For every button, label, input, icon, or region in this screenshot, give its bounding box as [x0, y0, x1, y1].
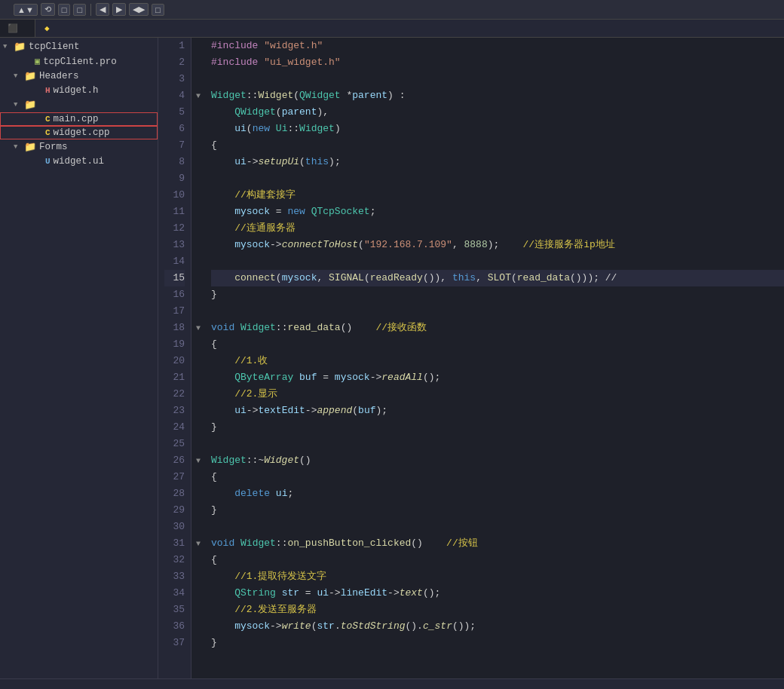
fold-indicator-1 — [191, 38, 205, 54]
arrow-icon-sources — [14, 101, 24, 109]
fold-indicator-18[interactable]: ▼ — [191, 320, 205, 336]
arrow-icon-tcpclient — [3, 43, 14, 51]
line-number-2: 2 — [164, 54, 185, 71]
sidebar-label-tcpclientpro: tcpClient.pro — [43, 57, 117, 67]
line-number-30: 30 — [164, 519, 185, 535]
fold-indicator-15 — [191, 270, 205, 286]
arrow-icon-headers — [14, 72, 24, 80]
fold-indicator-27 — [191, 469, 205, 485]
toolbar-btn-collapse[interactable]: □ — [58, 4, 71, 16]
line-number-12: 12 — [164, 220, 185, 237]
fold-indicator-28 — [191, 485, 205, 502]
line-number-15: 15 — [164, 270, 185, 286]
code-line-7: { — [211, 137, 784, 154]
fold-indicator-34 — [191, 585, 205, 602]
code-line-18: void Widget::read_data() //接收函数 — [211, 320, 784, 336]
sidebar-item-sources[interactable]: 📁 — [0, 97, 158, 112]
code-line-13: mysock->connectToHost("192.168.7.109", 8… — [211, 237, 784, 253]
toolbar-btn-split[interactable]: ◀▶ — [129, 3, 149, 16]
tab-bar: ⬛ ◆ — [0, 20, 784, 38]
cpp-icon-widget: C — [45, 128, 51, 137]
sidebar-item-widgeth[interactable]: H widget.h — [0, 84, 158, 97]
code-line-23: ui->textEdit->append(buf); — [211, 403, 784, 419]
tab-widget-cpp[interactable]: ⬛ — [0, 20, 35, 37]
fold-indicator-35 — [191, 602, 205, 618]
fold-indicator-9 — [191, 170, 205, 187]
folder-icon-headers: 📁 — [24, 70, 36, 82]
code-line-11: mysock = new QTcpSocket; — [211, 204, 784, 220]
fold-indicator-19 — [191, 336, 205, 353]
line-number-14: 14 — [164, 253, 185, 270]
line-number-29: 29 — [164, 502, 185, 519]
fold-indicator-22 — [191, 386, 205, 403]
fold-indicator-4[interactable]: ▼ — [191, 87, 205, 104]
tab-icon: ⬛ — [8, 23, 18, 33]
code-line-8: ui->setupUi(this); — [211, 154, 784, 170]
fold-indicator-13 — [191, 237, 205, 253]
fold-indicator-17 — [191, 303, 205, 320]
line-number-1: 1 — [164, 38, 185, 54]
code-line-29: } — [211, 502, 784, 519]
line-number-34: 34 — [164, 585, 185, 602]
toolbar-btn-back[interactable]: ◀ — [96, 3, 109, 16]
line-number-18: 18 — [164, 320, 185, 336]
ui-icon: U — [45, 157, 51, 166]
code-line-32: { — [211, 552, 784, 568]
line-number-16: 16 — [164, 286, 185, 303]
sidebar-item-widgetcpp[interactable]: C widget.cpp — [0, 126, 158, 139]
sidebar-item-tcpclientpro[interactable]: ▣ tcpClient.pro — [0, 54, 158, 69]
toolbar-btn-expand[interactable]: □ — [73, 4, 86, 16]
line-number-20: 20 — [164, 353, 185, 369]
fold-indicator-12 — [191, 220, 205, 237]
line-numbers: 1234567891011121314151617181920212223242… — [158, 38, 191, 678]
fold-indicator-6 — [191, 121, 205, 137]
fold-indicator-10 — [191, 187, 205, 204]
sidebar-item-tcpclient[interactable]: 📁 tcpClient — [0, 39, 158, 54]
sidebar: 📁 tcpClient ▣ tcpClient.pro 📁 Headers H … — [0, 38, 158, 678]
fold-indicator-20 — [191, 353, 205, 369]
tab-func-marker: ◆ — [44, 23, 50, 33]
fold-indicator-23 — [191, 403, 205, 419]
code-line-19: { — [211, 336, 784, 353]
toolbar-btn-refresh[interactable]: ⟲ — [41, 3, 55, 16]
line-number-25: 25 — [164, 436, 185, 452]
code-line-33: //1.提取待发送文字 — [211, 568, 784, 585]
code-line-25 — [211, 436, 784, 452]
fold-indicator-32 — [191, 552, 205, 568]
toolbar-btn-forward[interactable]: ▶ — [112, 3, 126, 16]
fold-indicator-21 — [191, 369, 205, 386]
fold-indicator-8 — [191, 154, 205, 170]
fold-indicator-31[interactable]: ▼ — [191, 535, 205, 552]
pro-icon: ▣ — [35, 56, 40, 67]
code-lines: #include "widget.h"#include "ui_widget.h… — [205, 38, 784, 678]
code-line-6: ui(new Ui::Widget) — [211, 121, 784, 137]
toolbar-divider — [90, 4, 91, 16]
line-number-28: 28 — [164, 485, 185, 502]
arrow-icon-forms — [14, 143, 24, 151]
line-number-36: 36 — [164, 618, 185, 635]
toolbar-btn-filter[interactable]: ▲▼ — [14, 4, 38, 16]
toolbar-btn-extra[interactable]: □ — [152, 4, 164, 16]
code-container: 1234567891011121314151617181920212223242… — [158, 38, 784, 678]
line-number-8: 8 — [164, 154, 185, 170]
line-number-21: 21 — [164, 369, 185, 386]
code-line-22: //2.显示 — [211, 386, 784, 403]
fold-indicator-14 — [191, 253, 205, 270]
sidebar-item-maincpp[interactable]: C main.cpp — [0, 112, 158, 126]
main-area: 📁 tcpClient ▣ tcpClient.pro 📁 Headers H … — [0, 38, 784, 678]
h-icon: H — [45, 86, 51, 95]
code-line-37: } — [211, 635, 784, 651]
sidebar-item-widgetui[interactable]: U widget.ui — [0, 155, 158, 168]
sidebar-item-headers[interactable]: 📁 Headers — [0, 69, 158, 84]
sidebar-label-widgetui: widget.ui — [54, 156, 105, 167]
line-number-27: 27 — [164, 469, 185, 485]
line-number-7: 7 — [164, 137, 185, 154]
line-number-33: 33 — [164, 568, 185, 585]
editor[interactable]: 1234567891011121314151617181920212223242… — [158, 38, 784, 678]
code-line-5: QWidget(parent), — [211, 104, 784, 121]
sidebar-label-widgetcpp: widget.cpp — [54, 127, 110, 138]
fold-indicator-26[interactable]: ▼ — [191, 452, 205, 469]
line-number-35: 35 — [164, 602, 185, 618]
sidebar-item-forms[interactable]: 📁 Forms — [0, 139, 158, 155]
line-number-24: 24 — [164, 419, 185, 436]
